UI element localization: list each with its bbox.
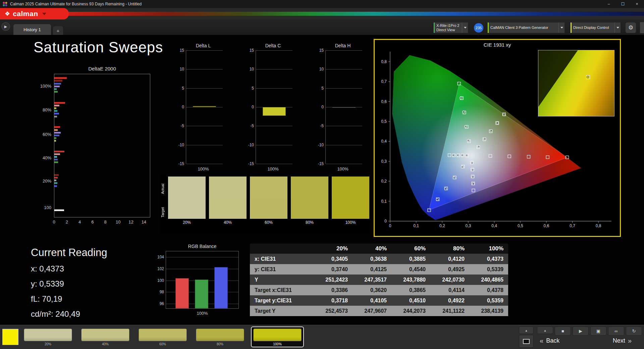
y-tick-label: 0 <box>244 105 254 109</box>
pattern-button-80[interactable]: 80% <box>194 327 247 347</box>
transport-controls: ▴ ▴ ■ ▶ ▣ <box>519 327 642 348</box>
pattern-window-button[interactable] <box>519 335 534 348</box>
deltae-bar <box>54 129 58 131</box>
delta-c-plot-area: 151050-5-10-15 <box>256 50 292 164</box>
close-icon[interactable]: × <box>630 0 644 8</box>
y-tick-label: -15 <box>244 161 254 166</box>
svg-text:0,3: 0,3 <box>381 159 387 164</box>
collapse-button[interactable]: ▴ <box>519 327 534 334</box>
settings-button[interactable]: ⚙ <box>625 22 636 33</box>
pattern-chevron-down-icon[interactable] <box>558 22 565 33</box>
play-button[interactable]: ▶ <box>573 327 589 336</box>
deltae-x-tick: 4 <box>78 219 81 225</box>
delta-l-title: Delta L <box>184 43 222 48</box>
link-icon: ∞ <box>614 329 618 334</box>
deltae-group-label: 100% <box>40 84 51 89</box>
back-button[interactable]: « Back <box>537 337 559 345</box>
deltae-bar <box>54 110 57 112</box>
column-header: 80% <box>430 244 469 254</box>
deltae-group-label: 20% <box>43 178 51 183</box>
table-cell: 0,5339 <box>469 264 508 275</box>
pattern-button-20[interactable]: 20% <box>21 327 74 347</box>
deltae-2000-chart: DeltaE 2000 100%80%60%40%20%100 02468101… <box>38 66 154 234</box>
y-tick-label: 96 <box>154 301 164 306</box>
link-button[interactable]: ∞ <box>608 327 624 336</box>
meter-count-badge[interactable]: 235 <box>474 23 483 33</box>
target-swatch <box>332 198 369 219</box>
deltae-bar <box>54 107 56 109</box>
pattern-button-100[interactable]: 100% <box>251 327 304 347</box>
deltae-bar <box>54 177 58 179</box>
gridline <box>186 164 223 164</box>
table-cell: 0,3386 <box>314 285 353 295</box>
rgb-bar-blue <box>214 267 228 308</box>
deltae-bar <box>54 159 58 160</box>
y-tick-label: 15 <box>174 48 184 53</box>
logo-bar: ❖ calman <box>0 8 644 19</box>
deltae-bar <box>54 153 60 155</box>
actual-swatch <box>209 177 247 198</box>
maximize-icon[interactable]: ☐ <box>616 0 630 8</box>
next-button[interactable]: Next » <box>613 337 634 345</box>
save-button[interactable]: ▣ <box>590 327 606 336</box>
deltae-bar <box>54 88 57 90</box>
table-cell: 0,3865 <box>391 285 430 295</box>
y-tick-label: 100 <box>154 278 164 283</box>
table-cell: 0,3620 <box>353 285 391 295</box>
y-tick-label: -10 <box>314 143 324 147</box>
table-cell: 238,4139 <box>469 306 508 316</box>
gridline <box>186 145 223 145</box>
table-cell: 0,4105 <box>353 295 391 306</box>
gridline <box>186 50 223 51</box>
column-header: 100% <box>469 244 508 254</box>
gridline <box>326 164 362 164</box>
edge-partial-button[interactable] <box>640 22 644 33</box>
deltae-chart-title: DeltaE 2000 <box>54 66 150 71</box>
delta-h-chart: Delta H 151050-5-10-15 100% <box>312 43 364 178</box>
column-header <box>250 244 314 254</box>
loop-button[interactable]: ↻ <box>626 327 642 336</box>
rainbow-strip <box>0 12 644 16</box>
meter-chevron-down-icon[interactable] <box>462 22 468 33</box>
cie-1931-panel[interactable]: CIE 1931 xy <box>374 39 621 237</box>
deltae-y-axis-labels: 100%80%60%40%20%100 <box>38 74 53 217</box>
pattern-button-60[interactable]: 60% <box>136 327 189 347</box>
deltae-bar <box>54 113 59 114</box>
y-tick-label: 98 <box>154 290 164 294</box>
table-row: Target Y252,4573247,9607244,2073241,1122… <box>250 306 508 316</box>
minimize-icon[interactable]: – <box>602 0 616 8</box>
active-pattern-preview[interactable] <box>3 329 18 345</box>
swatch-level-label: 80% <box>291 220 328 225</box>
y-tick-label: 0 <box>174 105 184 109</box>
table-cell: 0,3718 <box>314 295 353 306</box>
svg-text:0,2: 0,2 <box>439 223 445 228</box>
tab-history-1[interactable]: History 1 <box>13 24 51 35</box>
display-control-dropdown[interactable]: Direct Display Control <box>570 22 621 33</box>
stop-button[interactable]: ■ <box>555 327 571 336</box>
pattern-button-40[interactable]: 40% <box>79 327 132 347</box>
svg-text:0,7: 0,7 <box>381 79 387 84</box>
logo-menu-chevron-icon[interactable] <box>42 13 46 15</box>
table-cell: 0,4373 <box>469 254 508 264</box>
deltae-group-label: 80% <box>43 107 51 112</box>
meter-dropdown[interactable]: X-Rite i1Pro 2 Direct View <box>433 22 468 33</box>
measurement-table: 20%40%60%80%100% x: CIE310,34050,36380,3… <box>250 244 508 316</box>
svg-text:0: 0 <box>389 223 391 228</box>
swatch-level-label: 40% <box>209 220 247 225</box>
gridline <box>186 126 223 126</box>
delta-bar <box>193 106 216 107</box>
swatch-level-label: 20% <box>168 220 206 225</box>
add-tab-button[interactable]: + <box>53 26 63 35</box>
calman-diamond-icon: ❖ <box>5 10 10 17</box>
y-tick-label: 5 <box>314 86 324 91</box>
pattern-generator-dropdown[interactable]: CalMAN Client 3 Pattern Generator <box>487 22 565 33</box>
table-header: 20%40%60%80%100% <box>250 244 508 254</box>
calman-logo[interactable]: ❖ calman <box>0 8 69 19</box>
title-bar: Calman 2025 Calman Ultimate for Business… <box>0 0 644 8</box>
display-chevron-down-icon[interactable] <box>614 22 621 33</box>
deltae-bar <box>54 80 62 82</box>
current-reading-panel: Current Reading x: 0,4373 y: 0,5339 fL: … <box>31 247 107 325</box>
gridline <box>256 164 292 164</box>
history-panel-toggle[interactable]: ▶ <box>1 22 10 31</box>
collapse-button-2[interactable]: ▴ <box>537 327 553 334</box>
